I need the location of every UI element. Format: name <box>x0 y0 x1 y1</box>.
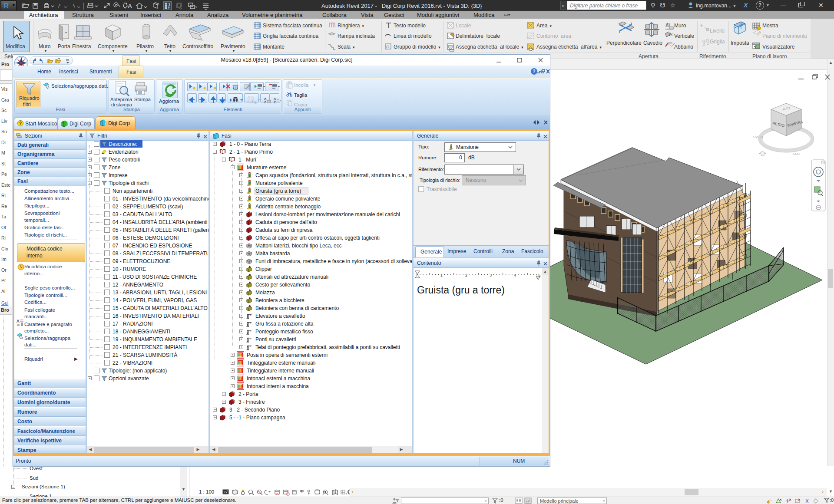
svg-text:2: 2 <box>465 273 467 277</box>
svg-text:Z: Z <box>264 100 266 104</box>
svg-text:SUD: SUD <box>793 152 800 155</box>
svg-text:5: 5 <box>538 273 540 277</box>
svg-text:4: 4 <box>514 273 516 277</box>
svg-text:A: A <box>17 319 20 324</box>
svg-text:A: A <box>128 2 132 10</box>
svg-text:Z: Z <box>274 100 276 104</box>
svg-text:OVEST: OVEST <box>753 135 764 138</box>
svg-text:1: 1 <box>440 273 443 277</box>
svg-text:G: G <box>386 45 389 49</box>
svg-text:3: 3 <box>490 273 492 277</box>
